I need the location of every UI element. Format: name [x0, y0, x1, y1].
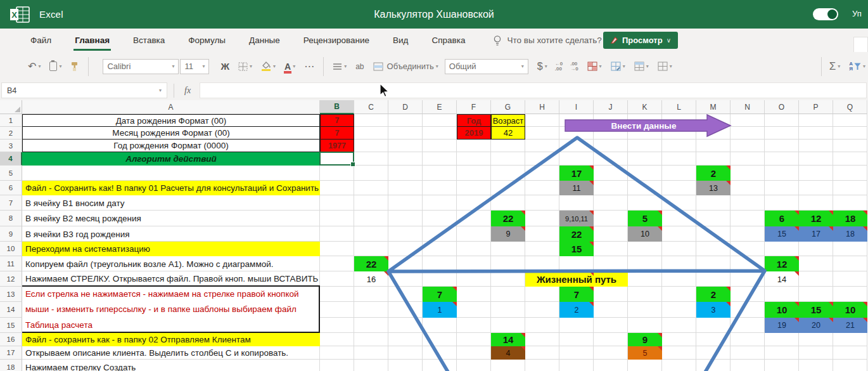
- col-header-J[interactable]: J: [594, 100, 628, 114]
- cell-G17[interactable]: 4: [491, 346, 525, 360]
- row-header-5[interactable]: 5: [0, 166, 22, 181]
- col-header-O[interactable]: O: [765, 100, 799, 114]
- more-font-options[interactable]: ⋯: [304, 60, 314, 72]
- font-color-button[interactable]: А▾: [284, 62, 295, 71]
- cell-O11[interactable]: 12: [765, 256, 799, 271]
- row-header-13[interactable]: 13: [0, 287, 22, 302]
- cell-E13[interactable]: 7: [423, 287, 457, 302]
- cell-F2[interactable]: 2019: [457, 127, 491, 140]
- format-as-table-button[interactable]: ▾: [611, 62, 625, 71]
- a-cell-row-7[interactable]: В ячейку B1 вносим дату: [22, 195, 320, 211]
- cell-I9[interactable]: 22: [559, 226, 594, 242]
- row-header-3[interactable]: 3: [0, 140, 22, 152]
- tab-review[interactable]: Рецензирование: [302, 30, 371, 51]
- col-header-B[interactable]: B: [320, 100, 354, 114]
- cell-K9[interactable]: 10: [628, 226, 662, 242]
- col-header-M[interactable]: M: [696, 100, 731, 114]
- currency-format-button[interactable]: $▾: [537, 61, 547, 72]
- format-painter-button[interactable]: [70, 62, 79, 72]
- cell-C11[interactable]: 22: [354, 256, 388, 271]
- tab-home[interactable]: Главная: [73, 30, 111, 51]
- cell-styles-button[interactable]: ▾: [634, 62, 649, 71]
- cell-M13[interactable]: 2: [696, 287, 731, 302]
- row-header-4[interactable]: 4: [0, 152, 22, 166]
- font-name-select[interactable]: Calibri▾: [103, 59, 179, 74]
- bold-button[interactable]: Ж: [220, 61, 229, 72]
- cell-E14[interactable]: 1: [423, 302, 457, 318]
- row-header-11[interactable]: 11: [0, 256, 22, 271]
- a-cell-row-9[interactable]: В ячейки B3 год рождения: [22, 226, 320, 242]
- alignment-button[interactable]: ▾: [333, 63, 347, 70]
- number-format-select[interactable]: Общий▾: [445, 59, 528, 74]
- increase-decimal-icon[interactable]: ←0.00: [555, 62, 563, 72]
- col-header-Q[interactable]: Q: [833, 100, 867, 114]
- cell-M5[interactable]: 2: [696, 166, 731, 181]
- decrease-decimal-icon[interactable]: .00→0: [570, 62, 578, 72]
- tab-data[interactable]: Данные: [248, 30, 281, 51]
- row-header-17[interactable]: 17: [0, 346, 22, 360]
- a-cell-row-6[interactable]: Файл - Сохранить как! В папку 01 Расчеты…: [22, 181, 320, 195]
- col-header-A[interactable]: A: [22, 100, 320, 114]
- name-box[interactable]: B4 ▾: [1, 82, 167, 98]
- cell-B1[interactable]: 7: [320, 114, 354, 127]
- borders-button[interactable]: ▾: [238, 62, 252, 71]
- a-cell-row-16[interactable]: Файл - сохранить как - в папку 02 Отправ…: [22, 333, 320, 346]
- cell-P15[interactable]: 20: [799, 318, 833, 333]
- paste-button[interactable]: ▾: [49, 62, 61, 71]
- row-header-12[interactable]: 12: [0, 271, 22, 287]
- cell-C12[interactable]: 16: [354, 271, 388, 287]
- selection-box[interactable]: [319, 152, 354, 166]
- cell-G1[interactable]: Возраст: [491, 114, 525, 127]
- col-header-L[interactable]: L: [662, 100, 696, 114]
- cell-I5[interactable]: 17: [559, 166, 594, 181]
- cell-F1[interactable]: Год: [457, 114, 491, 127]
- cell-G16[interactable]: 14: [491, 333, 525, 346]
- a-cell-row-17[interactable]: Открываем описание клиента. Выделить сто…: [22, 346, 320, 360]
- a-cell-row-13[interactable]: Если стрелка не нажимается - нажимаем на…: [22, 287, 320, 333]
- col-header-I[interactable]: I: [559, 100, 594, 114]
- a-cell-row-18[interactable]: Нажимаем стрелку Создать: [22, 360, 320, 371]
- cell-O8[interactable]: 6: [765, 211, 799, 226]
- select-all-corner[interactable]: [0, 100, 22, 114]
- row-header-2[interactable]: 2: [0, 127, 22, 140]
- cell-K17[interactable]: 5: [628, 346, 662, 360]
- cell-P14[interactable]: 15: [799, 302, 833, 318]
- col-header-N[interactable]: N: [731, 100, 765, 114]
- col-header-C[interactable]: C: [354, 100, 388, 114]
- view-mode-button[interactable]: Просмотр ∨: [603, 32, 678, 49]
- ribbon-toggle[interactable]: [813, 8, 838, 20]
- cell-I10[interactable]: 15: [559, 242, 594, 256]
- col-header-E[interactable]: E: [423, 100, 457, 114]
- a-cell-row-1[interactable]: Дата рождения Формат (00): [22, 114, 320, 127]
- col-header-G[interactable]: G: [491, 100, 525, 114]
- cell-I12[interactable]: [559, 271, 594, 287]
- font-size-select[interactable]: 11▾: [180, 59, 209, 74]
- formula-input[interactable]: [200, 82, 867, 98]
- tab-file[interactable]: Файл: [29, 30, 53, 51]
- fill-color-button[interactable]: ▾: [261, 62, 276, 72]
- autosum-button[interactable]: Σ▾: [829, 60, 841, 73]
- tab-formulas[interactable]: Формулы: [187, 30, 227, 51]
- conditional-formatting-button[interactable]: ▾: [587, 62, 602, 71]
- cell-Q9[interactable]: 18: [833, 226, 867, 242]
- row-header-16[interactable]: 16: [0, 333, 22, 346]
- cell-Q8[interactable]: 18: [833, 211, 867, 226]
- cell-O14[interactable]: 10: [765, 302, 799, 318]
- cell-format-button[interactable]: ▾: [658, 62, 672, 71]
- a-cell-row-10[interactable]: Переходим на систематизацию: [22, 242, 320, 256]
- a-cell-row-2[interactable]: Месяц рождения Формат (00): [22, 127, 320, 140]
- cell-I8[interactable]: 9,10,11: [559, 211, 594, 226]
- cell-O15[interactable]: 19: [765, 318, 799, 333]
- col-header-F[interactable]: F: [457, 100, 491, 114]
- a-cell-row-3[interactable]: Год рождения Формат (0000): [22, 140, 320, 152]
- col-header-K[interactable]: K: [628, 100, 662, 114]
- cell-P9[interactable]: 17: [799, 226, 833, 242]
- row-header-8[interactable]: 8: [0, 211, 22, 226]
- tell-me-box[interactable]: Что вы хотите сделать?: [493, 35, 601, 46]
- tab-insert[interactable]: Вставка: [132, 30, 166, 51]
- cell-B2[interactable]: 7: [320, 127, 354, 140]
- cell-I13[interactable]: 7: [559, 287, 594, 302]
- tab-view[interactable]: Вид: [392, 30, 409, 51]
- fx-icon[interactable]: fx: [184, 86, 191, 96]
- cell-K8[interactable]: 5: [628, 211, 662, 226]
